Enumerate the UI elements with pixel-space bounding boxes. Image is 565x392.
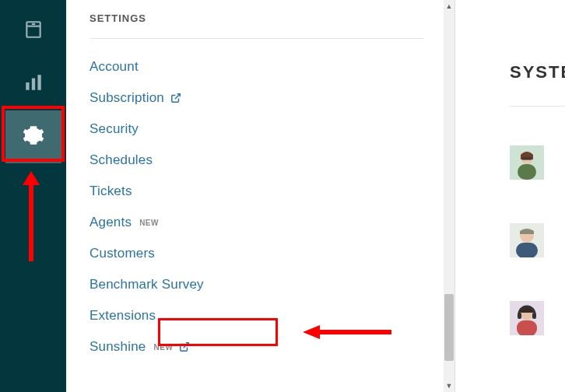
nav-label: Benchmark Survey: [89, 277, 204, 292]
scrollbar-thumb[interactable]: [444, 294, 454, 361]
nav-label: Subscription: [89, 90, 164, 106]
nav-label: Schedules: [89, 152, 153, 168]
external-link-icon: [170, 93, 181, 103]
nav-label: Customers: [89, 246, 155, 261]
nav-label: Extensions: [89, 308, 156, 324]
nav-item-security[interactable]: Security: [89, 114, 454, 145]
avatar[interactable]: [510, 145, 544, 180]
gear-icon: [23, 124, 44, 149]
nav-item-customers[interactable]: Customers: [89, 238, 454, 269]
avatar[interactable]: [510, 301, 544, 335]
svg-rect-22: [517, 320, 537, 335]
archive-icon: [23, 19, 44, 43]
settings-panel: SETTINGS Account Subscription Security S…: [66, 0, 455, 392]
svg-marker-8: [23, 171, 40, 185]
svg-rect-24: [532, 313, 536, 319]
nav-item-subscription[interactable]: Subscription: [89, 82, 454, 114]
nav-item-extensions[interactable]: Extensions: [89, 300, 454, 331]
svg-rect-15: [518, 164, 536, 180]
rail-item-stats[interactable]: [5, 58, 61, 110]
avatar-list: [510, 145, 565, 335]
nav-item-schedules[interactable]: Schedules: [89, 145, 454, 176]
nav-item-sunshine[interactable]: Sunshine NEW: [89, 331, 454, 362]
svg-rect-5: [37, 75, 40, 90]
svg-rect-23: [518, 313, 521, 319]
scroll-up-icon[interactable]: ▲: [444, 0, 454, 12]
nav-item-tickets[interactable]: Tickets: [89, 176, 454, 207]
new-badge: NEW: [139, 219, 159, 227]
svg-rect-4: [31, 79, 34, 90]
svg-rect-19: [516, 243, 538, 257]
rail-item-settings[interactable]: [5, 110, 61, 163]
avatar[interactable]: [510, 223, 544, 257]
system-heading: SYSTE: [510, 62, 565, 107]
left-rail: [0, 0, 66, 392]
nav-item-agents[interactable]: Agents NEW: [89, 207, 454, 238]
svg-line-10: [184, 343, 188, 348]
nav-label: Security: [89, 121, 139, 137]
nav-label: Sunshine: [89, 339, 146, 355]
nav-label: Agents: [89, 215, 132, 230]
nav-label: Tickets: [89, 184, 132, 199]
svg-rect-3: [26, 82, 29, 90]
svg-rect-16: [522, 157, 532, 160]
scrollbar[interactable]: ▲ ▼: [444, 0, 454, 392]
stats-icon: [23, 72, 44, 96]
external-link-icon: [179, 341, 190, 352]
nav-item-benchmark[interactable]: Benchmark Survey: [89, 269, 454, 300]
rail-item-archive[interactable]: [5, 5, 61, 58]
svg-line-9: [175, 94, 180, 99]
settings-heading: SETTINGS: [89, 12, 423, 39]
nav-item-account[interactable]: Account: [89, 51, 454, 82]
new-badge: NEW: [154, 343, 174, 352]
nav-label: Account: [89, 59, 139, 75]
settings-nav: Account Subscription Security Schedules …: [89, 39, 454, 362]
annotation-arrow-up: [20, 171, 42, 261]
right-panel: SYSTE: [455, 0, 565, 392]
scroll-down-icon[interactable]: ▼: [444, 380, 454, 392]
